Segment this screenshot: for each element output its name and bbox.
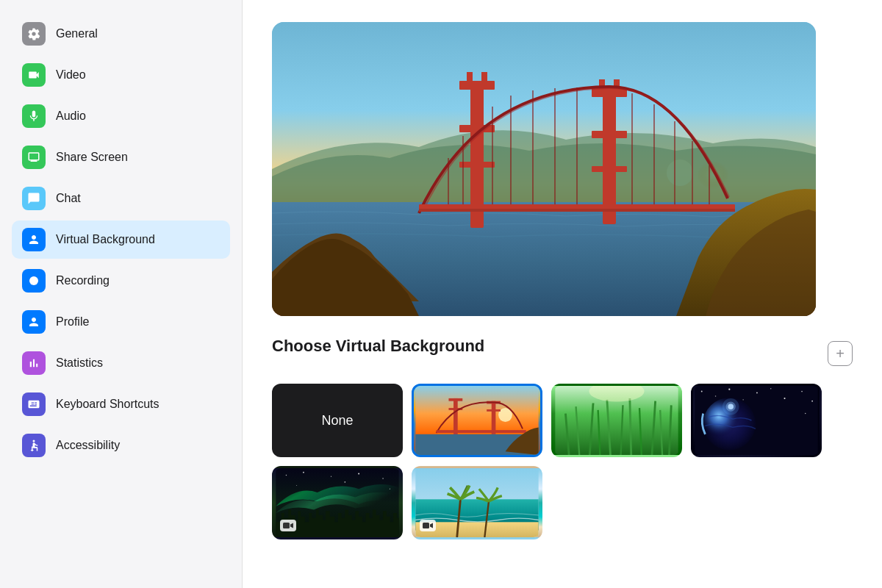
sidebar-item-label: Chat	[56, 192, 81, 205]
svg-point-63	[801, 391, 803, 392]
svg-rect-10	[467, 72, 473, 83]
svg-rect-12	[603, 88, 616, 224]
background-bridge[interactable]	[412, 384, 542, 457]
background-preview	[272, 22, 816, 316]
svg-rect-40	[437, 430, 526, 433]
sidebar-item-label: Audio	[56, 110, 86, 123]
svg-point-61	[770, 388, 772, 390]
svg-rect-93	[423, 523, 429, 528]
svg-point-80	[344, 481, 345, 483]
keyboard-icon	[22, 392, 46, 416]
sidebar-item-label: Virtual Background	[56, 233, 155, 246]
gear-icon	[22, 22, 46, 46]
main-content: Choose Virtual Background + None	[243, 0, 882, 588]
background-grass[interactable]	[551, 384, 682, 457]
svg-point-59	[742, 399, 743, 400]
sidebar-item-label: Statistics	[56, 356, 103, 370]
profile-icon	[22, 310, 46, 334]
svg-rect-35	[448, 398, 462, 401]
sidebar-item-label: Share Screen	[56, 151, 128, 164]
svg-point-78	[382, 478, 384, 479]
svg-rect-37	[492, 401, 496, 434]
svg-point-58	[728, 389, 730, 390]
svg-point-1	[33, 440, 35, 442]
sidebar-item-audio[interactable]: Audio	[12, 97, 230, 135]
sidebar-item-label: Accessibility	[56, 439, 120, 452]
sidebar-item-label: Profile	[56, 315, 89, 329]
sidebar-item-recording[interactable]: Recording	[12, 262, 230, 300]
sidebar-item-label: Keyboard Shortcuts	[56, 398, 159, 411]
svg-point-76	[331, 476, 331, 477]
svg-point-0	[29, 276, 38, 285]
sidebar-item-chat[interactable]: Chat	[12, 179, 230, 218]
sidebar-item-video[interactable]: Video	[12, 56, 230, 94]
svg-point-62	[784, 398, 786, 399]
svg-rect-82	[283, 523, 290, 528]
video-indicator-aurora	[280, 520, 296, 531]
sidebar-item-general[interactable]: General	[12, 15, 230, 53]
svg-rect-15	[592, 166, 627, 172]
background-space[interactable]	[691, 384, 822, 457]
svg-point-74	[286, 475, 287, 476]
share-icon	[22, 146, 46, 169]
statistics-icon	[22, 351, 46, 375]
svg-rect-9	[459, 162, 495, 168]
sidebar-item-profile[interactable]: Profile	[12, 303, 230, 341]
background-aurora[interactable]	[272, 466, 403, 539]
background-beach[interactable]	[412, 466, 542, 539]
sidebar-item-keyboard-shortcuts[interactable]: Keyboard Shortcuts	[12, 385, 230, 423]
svg-rect-39	[487, 409, 501, 412]
sidebar: General Video Audio Share Screen Chat Vi…	[0, 0, 243, 588]
sidebar-item-label: Video	[56, 68, 86, 82]
svg-rect-31	[419, 209, 735, 212]
sidebar-item-share-screen[interactable]: Share Screen	[12, 138, 230, 176]
svg-point-56	[701, 391, 703, 392]
backgrounds-grid: None	[272, 384, 853, 539]
recording-icon	[22, 269, 46, 293]
sidebar-item-virtual-background[interactable]: Virtual Background	[12, 220, 230, 259]
none-label: None	[321, 413, 353, 429]
chat-icon	[22, 187, 46, 210]
video-icon	[22, 63, 46, 87]
sidebar-item-accessibility[interactable]: Accessibility	[12, 426, 230, 465]
svg-rect-7	[459, 81, 495, 90]
svg-point-77	[358, 473, 359, 475]
svg-point-57	[715, 395, 717, 397]
sidebar-item-statistics[interactable]: Statistics	[12, 344, 230, 382]
svg-point-60	[756, 392, 758, 393]
sidebar-item-label: General	[56, 27, 98, 40]
svg-point-64	[811, 401, 813, 402]
svg-point-79	[296, 485, 297, 486]
svg-point-67	[805, 413, 806, 415]
svg-point-75	[303, 472, 304, 473]
section-header: Choose Virtual Background +	[272, 337, 853, 370]
video-indicator-beach	[420, 520, 436, 531]
accessibility-icon	[22, 434, 46, 457]
sidebar-item-label: Recording	[56, 274, 110, 287]
svg-rect-14	[592, 131, 627, 138]
svg-line-49	[630, 398, 631, 455]
svg-rect-11	[481, 72, 487, 83]
background-icon	[22, 228, 46, 251]
audio-icon	[22, 104, 46, 128]
section-title: Choose Virtual Background	[272, 337, 484, 356]
background-none[interactable]: None	[272, 384, 403, 457]
add-background-button[interactable]: +	[828, 341, 853, 366]
svg-point-72	[723, 398, 739, 415]
